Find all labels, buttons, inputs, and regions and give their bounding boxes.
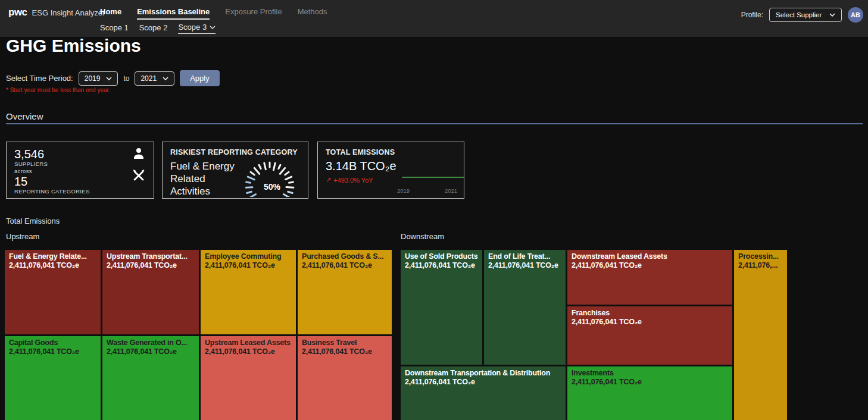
nav-exposure-profile[interactable]: Exposure Profile: [225, 7, 282, 20]
pwc-logo: pwc: [8, 7, 27, 18]
tile-use-of-sold-products[interactable]: Use of Sold Products 2,411,076,041 TCO₂e: [401, 250, 482, 365]
supplier-select-value: Select Supplier: [776, 11, 822, 18]
tab-scope-3[interactable]: Scope 3: [178, 23, 216, 34]
apply-button[interactable]: Apply: [180, 70, 220, 86]
suppliers-card: 3,546 SUPPLIERS across 15 REPORTING CATE…: [6, 142, 154, 199]
riskiest-category-card: RISKIEST REPORTING CATEGORY Fuel & Energ…: [162, 142, 308, 199]
supplier-select[interactable]: Select Supplier: [769, 8, 842, 22]
yoy-trend-text: +493.0% YoY: [333, 177, 373, 184]
upstream-label: Upstream: [6, 232, 39, 241]
emissions-sparkline: [401, 172, 464, 183]
top-nav-bar: pwc ESG Insight Analyzer Home Emissions …: [0, 0, 868, 37]
start-year-value: 2019: [85, 74, 101, 83]
tile-end-of-life-treatment[interactable]: End of Life Treat... 2,411,076,041 TCO₂e: [484, 250, 566, 365]
page-title: GHG Emissions: [6, 36, 141, 56]
gauge-icon: 50%: [233, 147, 307, 197]
tile-downstream-leased-assets[interactable]: Downstream Leased Assets 2,411,076,041 T…: [567, 250, 732, 305]
profile-label: Profile:: [741, 11, 763, 19]
suppliers-count: 3,546: [14, 148, 90, 161]
time-period-label: Select Time Period:: [6, 74, 73, 83]
suppliers-card-icons: [131, 147, 146, 183]
tile-fuel-energy-related[interactable]: Fuel & Energy Relate... 2,411,076,041 TC…: [5, 250, 101, 334]
to-label: to: [123, 74, 129, 83]
tile-investments[interactable]: Investments 2,411,076,041 TCO₂e: [567, 366, 732, 420]
validation-error: * Start year must be less than end year.: [6, 87, 110, 93]
chevron-down-icon: [163, 77, 168, 80]
overview-section-title: Overview: [6, 111, 43, 121]
scope-nav: Scope 1 Scope 2 Scope 3: [100, 23, 216, 34]
sparkline-icon: [401, 174, 464, 180]
avatar[interactable]: AB: [848, 7, 863, 23]
total-emissions-card: TOTAL EMISSIONS 3.14B TCO₂e ↗ +493.0% Yo…: [317, 142, 464, 199]
total-emissions-value: 3.14B TCO₂e: [326, 159, 396, 173]
yoy-trend: ↗ +493.0% YoY: [326, 176, 373, 184]
app-root: pwc ESG Insight Analyzer Home Emissions …: [0, 0, 868, 420]
tile-waste-generated[interactable]: Waste Generated in O... 2,411,076,041 TC…: [102, 336, 199, 420]
tile-downstream-transportation[interactable]: Downstream Transportation & Distribution…: [401, 366, 566, 420]
tab-scope-2[interactable]: Scope 2: [139, 23, 168, 34]
across-label: across: [14, 168, 90, 175]
risk-gauge: 50%: [233, 147, 307, 199]
downstream-label: Downstream: [401, 232, 444, 241]
chevron-down-icon: [829, 13, 835, 17]
end-year-select[interactable]: 2021: [135, 71, 174, 86]
nav-home[interactable]: Home: [100, 7, 121, 20]
sparkline-x-end: 2021: [445, 187, 457, 194]
tile-purchased-goods[interactable]: Purchased Goods & S... 2,411,076,041 TCO…: [298, 250, 392, 334]
suppliers-count-label: SUPPLIERS: [14, 161, 90, 168]
chevron-down-icon: [210, 26, 216, 29]
nav-methods[interactable]: Methods: [298, 7, 327, 20]
overview-divider: [6, 123, 863, 124]
tab-scope-3-label: Scope 3: [178, 23, 207, 32]
tab-scope-1[interactable]: Scope 1: [100, 23, 129, 34]
time-period-filter: Select Time Period: 2019 to 2021 Apply: [6, 70, 220, 86]
end-year-value: 2021: [140, 74, 157, 83]
sparkline-x-start: 2019: [397, 187, 410, 194]
chevron-down-icon: [106, 77, 112, 80]
categories-count-label: REPORTING CATEGORIES: [14, 188, 90, 195]
upstream-treemap: Fuel & Energy Relate... 2,411,076,041 TC…: [5, 250, 392, 420]
tile-franchises[interactable]: Franchises 2,411,076,041 TCO₂e: [567, 306, 732, 365]
brand: pwc ESG Insight Analyzer: [8, 7, 105, 18]
tile-employee-commuting[interactable]: Employee Commuting 2,411,076,041 TCO₂e: [201, 250, 296, 334]
trend-up-arrow-icon: ↗: [326, 176, 331, 184]
downstream-treemap: Use of Sold Products 2,411,076,041 TCO₂e…: [401, 250, 787, 420]
nav-emissions-baseline[interactable]: Emissions Baseline: [137, 7, 210, 20]
app-title: ESG Insight Analyzer: [32, 8, 105, 17]
start-year-select[interactable]: 2019: [79, 71, 118, 86]
person-icon: [131, 147, 146, 161]
categories-count: 15: [14, 175, 90, 188]
total-emissions-section-label: Total Emissions: [6, 217, 60, 225]
tile-capital-goods[interactable]: Capital Goods 2,411,076,041 TCO₂e: [5, 336, 101, 420]
tile-business-travel[interactable]: Business Travel 2,411,076,041 TCO₂e: [298, 336, 392, 420]
profile-area: Profile: Select Supplier AB: [741, 7, 863, 23]
gauge-value-text: 50%: [264, 182, 281, 192]
total-card-title: TOTAL EMISSIONS: [326, 148, 395, 156]
tile-upstream-leased-assets[interactable]: Upstream Leased Assets 2,411,076,041 TCO…: [201, 336, 296, 420]
tools-icon: [132, 168, 146, 183]
primary-nav: Home Emissions Baseline Exposure Profile…: [100, 7, 327, 20]
tile-processing-of-sold-products[interactable]: Processin... 2,411,076,...: [734, 250, 787, 420]
tile-upstream-transportation[interactable]: Upstream Transportat... 2,411,076,041 TC…: [102, 250, 199, 334]
suppliers-card-text: 3,546 SUPPLIERS across 15 REPORTING CATE…: [14, 148, 90, 195]
